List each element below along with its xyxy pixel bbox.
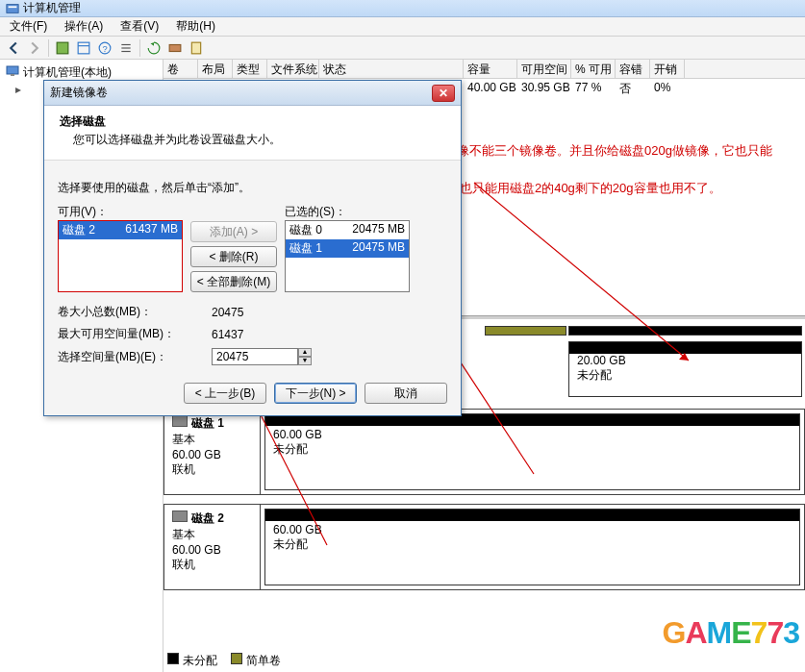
dialog-header: 选择磁盘 您可以选择磁盘并为此卷设置磁盘大小。 <box>44 106 461 161</box>
disk2-block-size: 60.00 GB <box>273 523 792 536</box>
back-icon[interactable] <box>4 38 23 58</box>
disk2-name: 磁盘 2 <box>191 511 224 525</box>
disk1-type: 基本 <box>172 432 252 448</box>
list-icon[interactable] <box>116 38 136 58</box>
dialog-instruction: 选择要使用的磁盘，然后单击“添加”。 <box>58 180 447 196</box>
block-header-bar <box>265 510 799 521</box>
disk-icon <box>172 415 188 427</box>
menubar: 文件(F) 操作(A) 查看(V) 帮助(H) <box>0 17 805 37</box>
total-size-value: 20475 <box>212 306 243 319</box>
toolbar-separator <box>48 39 49 57</box>
disk1-row: 磁盘 1 基本 60.00 GB 联机 60.00 GB 未分配 <box>164 409 805 495</box>
tree-root-label: 计算机管理(本地) <box>23 64 112 81</box>
legend-simple: 简单卷 <box>231 653 281 669</box>
svg-text:?: ? <box>102 43 107 53</box>
disk1-name: 磁盘 1 <box>191 416 224 430</box>
disk2-online: 联机 <box>172 557 252 573</box>
col-overhead[interactable]: 开销 <box>650 60 685 78</box>
svg-rect-10 <box>169 44 181 51</box>
block-size: 20.00 GB <box>577 354 793 367</box>
disk2-row: 磁盘 2 基本 60.00 GB 联机 60.00 GB 未分配 <box>164 504 805 590</box>
cell-overhead: 0% <box>650 79 685 96</box>
available-listbox[interactable]: 磁盘 2 61437 MB <box>58 220 183 292</box>
block-status: 未分配 <box>577 367 793 384</box>
forward-icon[interactable] <box>25 38 44 58</box>
disk2-label[interactable]: 磁盘 2 基本 60.00 GB 联机 <box>164 505 261 589</box>
disk-icon <box>172 510 188 522</box>
col-volume[interactable]: 卷 <box>164 60 198 78</box>
view-icon[interactable] <box>74 38 93 58</box>
spin-down-icon[interactable]: ▼ <box>298 357 312 365</box>
menu-view[interactable]: 查看(V) <box>116 16 163 37</box>
selected-label: 已选的(S)： <box>285 204 410 220</box>
spinner: ▲ ▼ <box>298 348 312 365</box>
block-header-bar <box>569 342 801 354</box>
col-capacity[interactable]: 容量 <box>464 60 517 78</box>
selected-item[interactable]: 磁盘 1 20475 MB <box>286 239 409 258</box>
col-free[interactable]: 可用空间 <box>517 60 571 78</box>
show-hide-tree-icon[interactable] <box>53 38 72 58</box>
disk-icon[interactable] <box>165 38 185 58</box>
svg-rect-1 <box>9 6 17 8</box>
available-label: 可用(V)： <box>58 204 183 220</box>
disk2-block-status: 未分配 <box>273 536 792 553</box>
spin-up-icon[interactable]: ▲ <box>298 348 312 357</box>
dialog-heading: 选择磁盘 <box>60 113 445 130</box>
close-button[interactable]: ✕ <box>432 85 455 102</box>
pick-space-input[interactable]: 20475 <box>212 348 298 365</box>
col-type[interactable]: 类型 <box>233 60 267 78</box>
legend-unalloc: 未分配 <box>167 653 217 669</box>
col-status[interactable]: 状态 <box>319 60 464 78</box>
dialog-titlebar[interactable]: 新建镜像卷 ✕ <box>44 81 461 106</box>
menu-file[interactable]: 文件(F) <box>6 16 51 37</box>
monitor-icon <box>6 64 19 81</box>
cell-fault: 否 <box>616 79 650 96</box>
cell-pctfree: 77 % <box>571 79 616 96</box>
help-toolbar-icon[interactable]: ? <box>95 38 114 58</box>
svg-rect-0 <box>7 4 18 12</box>
refresh-icon[interactable] <box>144 38 164 58</box>
dialog-buttons: < 上一步(B) 下一步(N) > 取消 <box>44 375 461 415</box>
legend: 未分配 简单卷 <box>167 653 281 669</box>
dialog-body: 选择要使用的磁盘，然后单击“添加”。 可用(V)： 磁盘 2 61437 MB … <box>44 161 461 375</box>
total-size-label: 卷大小总数(MB)： <box>58 304 212 320</box>
svg-rect-13 <box>11 74 14 76</box>
disk2-space-block[interactable]: 60.00 GB 未分配 <box>264 509 800 585</box>
volume-columns: 卷 布局 类型 文件系统 状态 容量 可用空间 % 可用 容错 开销 <box>164 60 805 79</box>
disk1-size: 60.00 GB <box>172 448 252 461</box>
window-title: 计算机管理 <box>23 0 81 16</box>
properties-icon[interactable] <box>187 38 206 58</box>
svg-rect-2 <box>57 42 68 54</box>
max-space-label: 最大可用空间量(MB)： <box>58 326 212 342</box>
window-titlebar: 计算机管理 <box>0 0 805 17</box>
pick-space-label: 选择空间量(MB)(E)： <box>58 349 212 365</box>
disk1-block-status: 未分配 <box>273 441 792 458</box>
svg-rect-3 <box>78 42 89 54</box>
next-button[interactable]: 下一步(N) > <box>274 383 357 404</box>
disk1-label[interactable]: 磁盘 1 基本 60.00 GB 联机 <box>164 410 261 494</box>
selected-listbox[interactable]: 磁盘 0 20475 MB 磁盘 1 20475 MB <box>285 220 410 292</box>
remove-all-button[interactable]: < 全部删除(M) <box>190 271 277 292</box>
toolbar: ? <box>0 37 805 60</box>
disk1-space-block[interactable]: 60.00 GB 未分配 <box>264 413 800 490</box>
menu-action[interactable]: 操作(A) <box>61 16 107 37</box>
svg-rect-12 <box>7 66 18 74</box>
available-item[interactable]: 磁盘 2 61437 MB <box>59 221 182 239</box>
remove-button[interactable]: < 删除(R) <box>190 246 277 267</box>
cancel-button[interactable]: 取消 <box>365 383 447 404</box>
dialog-subheading: 您可以选择磁盘并为此卷设置磁盘大小。 <box>73 132 445 148</box>
disk2-type: 基本 <box>172 527 252 543</box>
col-layout[interactable]: 布局 <box>198 60 233 78</box>
prev-button[interactable]: < 上一步(B) <box>184 383 266 404</box>
watermark: GAME773 <box>663 615 799 651</box>
col-filesystem[interactable]: 文件系统 <box>267 60 319 78</box>
col-pctfree[interactable]: % 可用 <box>571 60 616 78</box>
col-fault[interactable]: 容错 <box>616 60 650 78</box>
space-block-right[interactable]: 20.00 GB 未分配 <box>568 341 802 397</box>
svg-rect-11 <box>191 42 200 54</box>
selected-item[interactable]: 磁盘 0 20475 MB <box>286 221 409 239</box>
disk1-online: 联机 <box>172 461 252 478</box>
add-button[interactable]: 添加(A) > <box>190 221 277 242</box>
app-icon <box>6 2 19 15</box>
menu-help[interactable]: 帮助(H) <box>172 16 219 37</box>
